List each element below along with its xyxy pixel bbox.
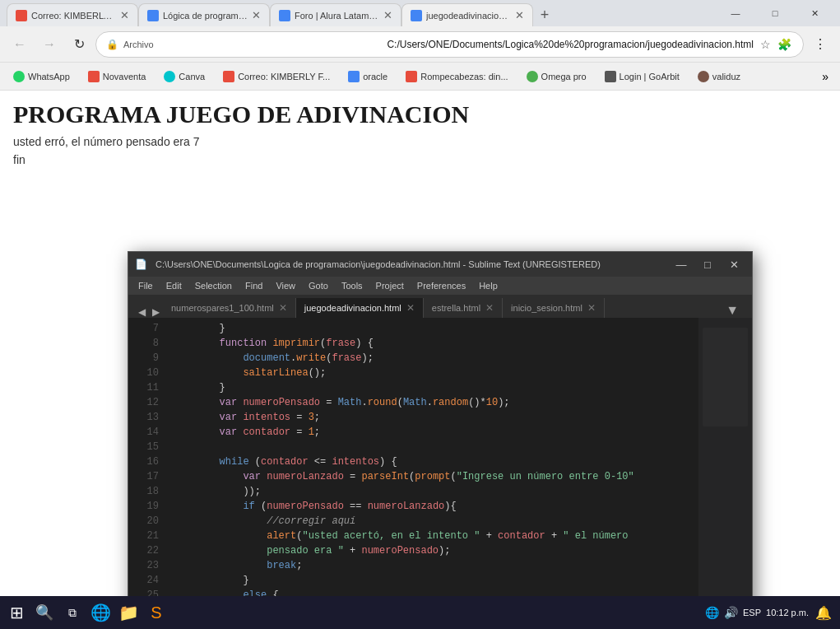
menu-preferences[interactable]: Preferences: [411, 279, 472, 292]
menu-help[interactable]: Help: [472, 279, 504, 292]
browser-tab-4[interactable]: juegodeadivinacion.ht... ✕: [401, 3, 533, 26]
tab-close-1[interactable]: ✕: [120, 9, 129, 21]
bookmark-correo[interactable]: Correo: KIMBERLY F...: [216, 68, 336, 85]
sublime-tab-1-label: numerospares1_100.html: [171, 303, 274, 313]
close-button[interactable]: ✕: [796, 1, 833, 26]
browser-tab-2[interactable]: Lógica de programació... ✕: [138, 3, 270, 26]
tab-close-3[interactable]: ✕: [383, 9, 392, 21]
address-text: C:/Users/ONE/Documents/Logica%20de%20pro…: [387, 39, 754, 50]
tab-nav-left[interactable]: ◀: [135, 306, 149, 318]
sublime-maximize-button[interactable]: □: [696, 253, 719, 276]
bookmark-validuz-label: validuz: [712, 72, 740, 82]
bookmark-oracle[interactable]: oracle: [341, 68, 394, 85]
address-lock-icon: 🔒: [106, 39, 118, 50]
code-line-17b: ));: [172, 484, 692, 499]
reload-button[interactable]: ↻: [66, 31, 92, 58]
start-button[interactable]: ⊞: [3, 599, 30, 626]
page-fin: fin: [13, 153, 827, 166]
tab-title-3: Foro | Alura Latam - C...: [295, 11, 379, 21]
canva-icon: [164, 71, 175, 82]
bookmark-novaventa[interactable]: Novaventa: [81, 68, 153, 85]
code-line-12: var numeroPensado = Math.round(Math.rand…: [172, 395, 692, 410]
bookmark-novaventa-label: Novaventa: [103, 72, 146, 82]
menu-project[interactable]: Project: [369, 279, 411, 292]
tab-close-2[interactable]: ✕: [252, 9, 261, 21]
menu-file[interactable]: File: [132, 279, 160, 292]
search-button[interactable]: 🔍: [31, 599, 58, 626]
code-line-21: break;: [172, 558, 692, 573]
bookmark-canva[interactable]: Canva: [157, 68, 211, 85]
whatsapp-icon: [13, 71, 25, 82]
menu-find[interactable]: Find: [239, 279, 269, 292]
settings-button[interactable]: ⋮: [807, 31, 833, 58]
minimize-button[interactable]: —: [717, 1, 754, 26]
tab-dropdown-button[interactable]: ▼: [719, 303, 745, 318]
notification-button[interactable]: 🔔: [810, 599, 837, 626]
code-editor[interactable]: } function imprimir(frase) { document.wr…: [165, 318, 698, 629]
sublime-tab-1-close[interactable]: ✕: [279, 302, 287, 314]
address-separator: [379, 40, 382, 49]
sublime-tab-2[interactable]: juegodeadivinacion.html ✕: [296, 298, 424, 318]
chrome-taskbar[interactable]: 🌐: [87, 599, 114, 626]
sublime-tab-2-close[interactable]: ✕: [406, 302, 415, 314]
nav-bar: ← → ↻ 🔒 Archivo C:/Users/ONE/Documents/L…: [0, 26, 840, 63]
sublime-close-button[interactable]: ✕: [722, 253, 745, 276]
tab-title-2: Lógica de programació...: [163, 11, 248, 21]
new-tab-button[interactable]: +: [533, 3, 556, 26]
sublime-minimize-button[interactable]: —: [670, 253, 693, 276]
tab-nav-right[interactable]: ▶: [149, 306, 163, 318]
sublime-tab-3-close[interactable]: ✕: [485, 302, 494, 314]
bookmarks-bar: WhatsApp Novaventa Canva Correo: KIMBERL…: [0, 63, 840, 91]
extensions-button[interactable]: 🧩: [776, 36, 793, 53]
bookmark-omega[interactable]: Omega pro: [520, 68, 593, 85]
file-explorer-taskbar[interactable]: 📁: [115, 599, 142, 626]
bookmark-validuz[interactable]: validuz: [691, 68, 747, 85]
forward-button[interactable]: →: [36, 31, 63, 58]
tray-volume-icon[interactable]: 🔊: [724, 606, 738, 619]
code-line-18: if (numeroPensado == numeroLanzado){: [172, 499, 692, 514]
bookmark-goarbit[interactable]: Login | GoArbit: [598, 68, 686, 85]
tab-bar: Correo: KIMBERLY FR... ✕ Lógica de progr…: [7, 0, 713, 26]
page-message: usted erró, el número pensado era 7: [13, 135, 827, 148]
code-line-11: }: [172, 380, 692, 395]
bookmark-whatsapp-label: WhatsApp: [28, 72, 70, 82]
sublime-tab-1[interactable]: numerospares1_100.html ✕: [163, 298, 296, 318]
validuz-icon: [698, 71, 709, 82]
bookmark-correo-label: Correo: KIMBERLY F...: [238, 72, 330, 82]
taskbar: ⊞ 🔍 ⧉ 🌐 📁 S 🌐 🔊 ESP 10:12 p.m. 🔔: [0, 596, 840, 629]
tab-favicon-1: [16, 10, 27, 21]
sublime-taskbar[interactable]: S: [143, 599, 169, 626]
menu-tools[interactable]: Tools: [335, 279, 369, 292]
window-controls: — □ ✕: [717, 1, 833, 26]
menu-selection[interactable]: Selection: [188, 279, 239, 292]
menu-edit[interactable]: Edit: [160, 279, 188, 292]
menu-goto[interactable]: Goto: [302, 279, 335, 292]
more-bookmarks-button[interactable]: »: [817, 68, 833, 85]
system-clock[interactable]: 10:12 p.m.: [766, 608, 809, 617]
tray-network-icon[interactable]: 🌐: [705, 606, 719, 619]
maximize-button[interactable]: □: [756, 1, 794, 26]
bookmark-rompecabezas-label: Rompecabezas: din...: [420, 72, 508, 82]
sublime-menu-bar: File Edit Selection Find View Goto Tools…: [128, 277, 752, 295]
browser-tab-3[interactable]: Foro | Alura Latam - C... ✕: [270, 3, 401, 26]
sublime-title-text: C:\Users\ONE\Documents\Logica de program…: [155, 259, 666, 269]
sublime-code-body: 7 8 9 10 11 12 13 14 15 16 17 18 19 20 2…: [128, 318, 752, 629]
novaventa-icon: [88, 71, 100, 82]
menu-view[interactable]: View: [269, 279, 302, 292]
task-view-button[interactable]: ⧉: [59, 599, 86, 626]
address-bar[interactable]: 🔒 Archivo C:/Users/ONE/Documents/Logica%…: [95, 31, 804, 58]
code-line-8: function imprimir(frase) {: [172, 336, 692, 351]
bookmark-whatsapp[interactable]: WhatsApp: [7, 68, 77, 85]
code-line-9: document.write(frase);: [172, 351, 692, 366]
bookmark-star-button[interactable]: ☆: [759, 36, 773, 53]
language-badge[interactable]: ESP: [740, 606, 764, 619]
back-button[interactable]: ←: [7, 31, 33, 58]
tab-close-4[interactable]: ✕: [515, 9, 524, 21]
browser-tab-1[interactable]: Correo: KIMBERLY FR... ✕: [7, 3, 138, 26]
code-line-17: var numeroLanzado = parseInt(prompt("Ing…: [172, 469, 692, 484]
sublime-tab-3[interactable]: estrella.html ✕: [424, 298, 503, 318]
sublime-tab-4[interactable]: inicio_sesion.html ✕: [503, 298, 605, 318]
code-line-20: alert("usted acertó, en el intento " + c…: [172, 529, 692, 543]
bookmark-rompecabezas[interactable]: Rompecabezas: din...: [399, 68, 514, 85]
sublime-tab-4-close[interactable]: ✕: [587, 302, 596, 314]
